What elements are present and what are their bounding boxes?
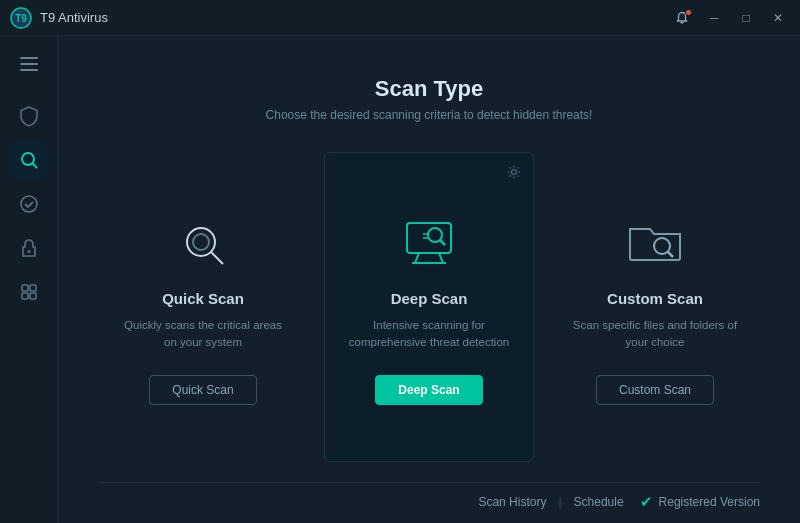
footer-links: Scan History | Schedule [478, 495, 623, 509]
custom-scan-description: Scan specific files and folders of your … [570, 317, 740, 353]
sidebar-item-scan[interactable] [9, 140, 49, 180]
registered-label: Registered Version [659, 495, 760, 509]
custom-scan-title: Custom Scan [607, 290, 703, 307]
sidebar-item-check[interactable] [9, 184, 49, 224]
svg-line-23 [668, 252, 673, 257]
svg-point-2 [22, 153, 34, 165]
deep-scan-description: Intensive scanning for comprehensive thr… [345, 317, 513, 353]
custom-scan-button[interactable]: Custom Scan [596, 375, 714, 405]
quick-scan-title: Quick Scan [162, 290, 244, 307]
window-controls: ─ □ ✕ [668, 6, 792, 30]
scan-cards-container: Quick Scan Quickly scans the critical ar… [98, 152, 760, 482]
custom-scan-card: Custom Scan Scan specific files and fold… [550, 152, 760, 462]
page-header: Scan Type Choose the desired scanning cr… [98, 36, 760, 122]
content-area: Scan Type Choose the desired scanning cr… [58, 36, 800, 523]
notification-button[interactable] [668, 6, 696, 30]
svg-point-22 [654, 238, 670, 254]
notification-dot [685, 9, 692, 16]
sidebar-item-secure[interactable] [9, 228, 49, 268]
svg-line-3 [32, 164, 37, 169]
title-bar-left: T9 T9 Antivirus [10, 7, 108, 29]
maximize-button[interactable]: □ [732, 6, 760, 30]
quick-scan-description: Quickly scans the critical areas on your… [118, 317, 288, 353]
hamburger-icon [20, 57, 38, 71]
sidebar [0, 36, 58, 523]
hamburger-menu-button[interactable] [9, 46, 49, 82]
svg-line-16 [439, 253, 443, 263]
page-subtitle: Choose the desired scanning criteria to … [98, 108, 760, 122]
gear-icon[interactable] [507, 165, 521, 182]
registered-badge: ✔ Registered Version [640, 493, 760, 511]
main-layout: Scan Type Choose the desired scanning cr… [0, 36, 800, 523]
app-title: T9 Antivirus [40, 10, 108, 25]
svg-line-15 [415, 253, 419, 263]
quick-scan-icon [171, 212, 235, 276]
deep-scan-card: Deep Scan Intensive scanning for compreh… [324, 152, 534, 462]
minimize-button[interactable]: ─ [700, 6, 728, 30]
sidebar-item-apps[interactable] [9, 272, 49, 312]
page-title: Scan Type [98, 76, 760, 102]
schedule-link[interactable]: Schedule [574, 495, 624, 509]
quick-scan-button[interactable]: Quick Scan [149, 375, 256, 405]
scan-history-link[interactable]: Scan History [478, 495, 546, 509]
title-bar: T9 T9 Antivirus ─ □ ✕ [0, 0, 800, 36]
svg-point-10 [187, 228, 215, 256]
custom-scan-icon [623, 212, 687, 276]
sidebar-item-protection[interactable] [9, 96, 49, 136]
svg-point-4 [21, 196, 37, 212]
deep-scan-button[interactable]: Deep Scan [375, 375, 482, 405]
svg-rect-9 [30, 293, 36, 299]
app-logo: T9 [10, 7, 32, 29]
deep-scan-icon [397, 212, 461, 276]
content-footer: Scan History | Schedule ✔ Registered Ver… [98, 482, 760, 523]
check-circle-icon: ✔ [640, 493, 653, 511]
svg-text:T9: T9 [15, 13, 27, 24]
svg-point-12 [193, 234, 209, 250]
close-button[interactable]: ✕ [764, 6, 792, 30]
svg-rect-7 [30, 285, 36, 291]
svg-point-5 [27, 250, 30, 253]
footer-divider: | [558, 495, 561, 509]
svg-rect-8 [22, 293, 28, 299]
deep-scan-title: Deep Scan [391, 290, 468, 307]
svg-point-13 [512, 170, 517, 175]
svg-rect-6 [22, 285, 28, 291]
svg-line-19 [440, 240, 445, 245]
quick-scan-card: Quick Scan Quickly scans the critical ar… [98, 152, 308, 462]
svg-point-18 [428, 228, 442, 242]
svg-line-11 [211, 252, 223, 264]
